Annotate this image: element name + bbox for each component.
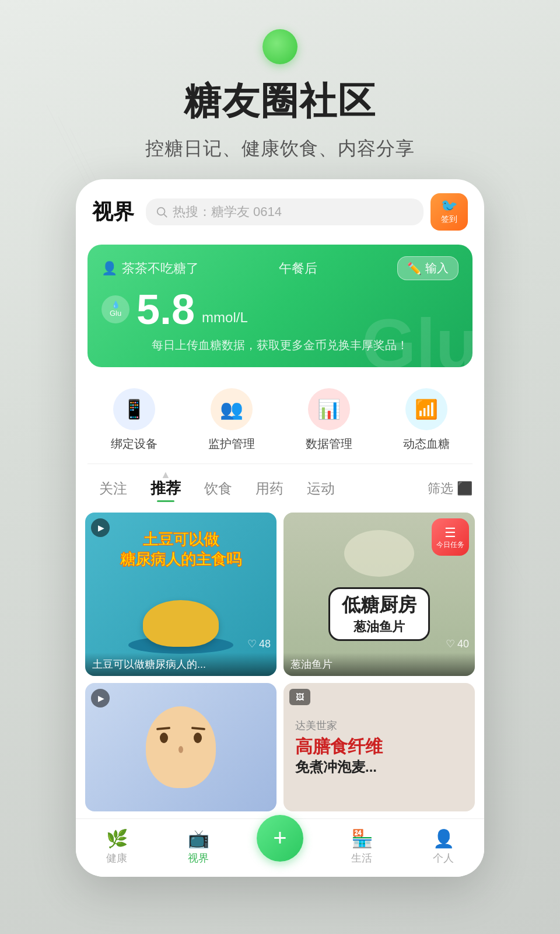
svg-line-6 <box>164 214 167 217</box>
bottom-nav: 🌿 健康 📺 视界 + 🏪 生活 👤 个人 <box>76 818 484 877</box>
sugar-card-top: 👤 茶茶不吃糖了 午餐后 ✏️ 输入 <box>102 256 459 280</box>
sugar-unit: mmol/L <box>202 309 248 326</box>
nav-add[interactable]: + <box>239 832 321 862</box>
food-decoration <box>143 600 219 647</box>
dynamic-sugar-icon: 📶 <box>405 388 447 430</box>
right-eye <box>194 733 202 743</box>
feature-data-manage[interactable]: 📊 数据管理 <box>306 388 352 452</box>
check-in-button[interactable]: 🐦 签到 <box>430 193 468 231</box>
tab-medication[interactable]: 用药 <box>244 475 295 503</box>
sugar-value-row: 💧 Glu 5.8 mmol/L <box>102 288 459 330</box>
content-card-face[interactable]: ▶ <box>85 683 276 811</box>
tab-follow-label: 关注 <box>99 480 127 496</box>
tab-follow[interactable]: 关注 <box>88 475 139 503</box>
tab-recommend-label: 推荐 <box>150 479 181 497</box>
book-text: 达美世家 高膳食纤维 免煮冲泡麦... <box>284 683 475 811</box>
heart-icon-1: ♡ <box>247 637 257 650</box>
tab-exercise-label: 运动 <box>307 480 335 496</box>
app-name: 视界 <box>92 198 134 226</box>
feature-monitor-manage[interactable]: 👥 监护管理 <box>208 388 255 452</box>
health-icon: 🌿 <box>106 828 128 849</box>
low-sugar-main-text: 低糖厨房 <box>342 593 416 618</box>
plus-icon: + <box>273 825 286 851</box>
tab-diet-label: 饮食 <box>204 480 232 496</box>
right-brow <box>191 727 205 730</box>
sugar-user: 👤 茶茶不吃糖了 <box>102 260 199 277</box>
nav-health-label: 健康 <box>106 851 127 865</box>
fish-plate <box>344 530 414 577</box>
nav-life[interactable]: 🏪 生活 <box>321 828 402 865</box>
data-manage-label: 数据管理 <box>306 436 352 452</box>
bind-device-icon: 📱 <box>113 388 155 430</box>
book-title-black: 免煮冲泡麦... <box>295 758 377 776</box>
svg-point-5 <box>158 208 165 215</box>
feature-dynamic-sugar[interactable]: 📶 动态血糖 <box>403 388 450 452</box>
content-card-fish[interactable]: ☰ 今日任务 ▶ 低糖厨房 葱油鱼片 ♡ 40 葱油鱼片 <box>284 513 475 676</box>
left-brow <box>156 727 170 730</box>
search-bar[interactable]: 热搜：糖学友 0614 <box>146 198 424 225</box>
task-icon: ☰ <box>444 525 456 541</box>
card-overlay-2: 葱油鱼片 <box>284 653 475 676</box>
nav-world-label: 视界 <box>188 851 209 865</box>
left-eye <box>160 733 168 743</box>
feature-bind-device[interactable]: 📱 绑定设备 <box>111 388 158 452</box>
low-sugar-bubble: 低糖厨房 葱油鱼片 <box>328 587 430 641</box>
sugar-card: Glu 👤 茶茶不吃糖了 午餐后 ✏️ 输入 💧 Glu 5.8 mmol/L … <box>88 245 473 367</box>
glu-label: Glu <box>110 309 121 318</box>
profile-icon: 👤 <box>433 828 454 849</box>
top-bar: 视界 热搜：糖学友 0614 🐦 签到 <box>76 179 484 240</box>
tab-bar: 关注 ▲ 推荐 饮食 用药 运动 筛选 ⬛ <box>76 464 484 508</box>
tab-diet[interactable]: 饮食 <box>192 475 244 503</box>
data-manage-icon: 📊 <box>308 388 350 430</box>
bind-device-label: 绑定设备 <box>111 436 158 452</box>
tab-medication-label: 用药 <box>256 480 284 496</box>
card-overlay-1: 土豆可以做糖尿病人的... <box>85 653 276 676</box>
heart-icon-2: ♡ <box>446 637 455 650</box>
drop-icon: 💧 <box>111 301 120 309</box>
monitor-manage-icon: 👥 <box>211 388 253 430</box>
phone-card: 视界 热搜：糖学友 0614 🐦 签到 Glu 👤 茶茶不吃糖了 午餐后 ✏️ … <box>76 179 484 877</box>
likes-count-2: 40 <box>457 638 469 650</box>
dynamic-sugar-label: 动态血糖 <box>403 436 450 452</box>
sugar-input-button[interactable]: ✏️ 输入 <box>397 256 459 280</box>
filter-button[interactable]: 筛选 ⬛ <box>428 480 473 497</box>
face-art <box>85 683 276 811</box>
card-likes-1: ♡ 48 <box>247 637 271 650</box>
nav-profile[interactable]: 👤 个人 <box>402 828 484 865</box>
potato-text-line1: 土豆可以做 <box>85 530 276 550</box>
world-icon: 📺 <box>188 828 209 849</box>
content-card-book[interactable]: 🖼 达美世家 高膳食纤维 免煮冲泡麦... <box>284 683 475 811</box>
nav-world[interactable]: 📺 视界 <box>158 828 239 865</box>
search-icon <box>155 205 168 218</box>
glu-icon-circle: 💧 Glu <box>102 295 130 323</box>
tab-recommend[interactable]: ▲ 推荐 <box>139 473 192 503</box>
sugar-meal-time: 午餐后 <box>279 260 317 277</box>
add-button[interactable]: + <box>257 815 303 862</box>
app-subtitle: 控糖日记、健康饮食、内容分享 <box>0 136 560 162</box>
app-title: 糖友圈社区 <box>0 76 560 127</box>
search-placeholder-text: 热搜：糖学友 0614 <box>173 203 282 221</box>
sugar-tip: 每日上传血糖数据，获取更多金币兑换丰厚奖品！ <box>102 337 459 353</box>
card-title-2: 葱油鱼片 <box>290 657 468 671</box>
card-likes-2: ♡ 40 <box>446 637 469 650</box>
page-header: 糖友圈社区 控糖日记、健康饮食、内容分享 <box>0 0 560 179</box>
chevron-up-icon: ▲ <box>160 469 171 481</box>
today-task-badge: ☰ 今日任务 <box>432 518 469 556</box>
sugar-value: 5.8 <box>136 288 195 330</box>
nav-health[interactable]: 🌿 健康 <box>76 828 158 865</box>
tab-exercise[interactable]: 运动 <box>295 475 346 503</box>
content-grid-row2: ▶ 🖼 达美世家 高膳食纤维 免煮冲泡麦... <box>76 683 484 811</box>
book-title-red: 高膳食纤维 <box>295 735 383 758</box>
content-card-potato[interactable]: ▶ 土豆可以做 糖尿病人的主食吗 ♡ 48 土豆可以做糖尿病人的... <box>85 513 276 676</box>
nav-profile-label: 个人 <box>433 851 454 865</box>
low-sugar-sub-text: 葱油鱼片 <box>342 618 416 636</box>
card-title-1: 土豆可以做糖尿病人的... <box>92 657 270 671</box>
monitor-manage-label: 监护管理 <box>208 436 255 452</box>
potato-card-text: 土豆可以做 糖尿病人的主食吗 <box>85 530 276 570</box>
potato-text-line2: 糖尿病人的主食吗 <box>85 550 276 570</box>
brand-dot <box>262 29 298 64</box>
user-icon: 👤 <box>102 261 117 276</box>
filter-icon: ⬛ <box>457 481 473 496</box>
pencil-icon: ✏️ <box>407 262 422 276</box>
book-brand: 达美世家 <box>295 719 337 733</box>
